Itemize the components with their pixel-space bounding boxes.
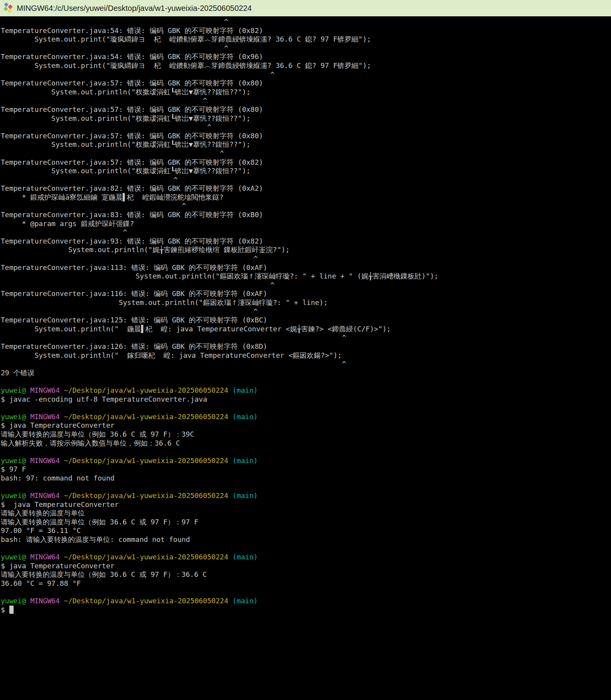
terminal-text [228,553,232,561]
terminal-text [60,413,64,421]
terminal-text: ~/Desktop/java/w1-yuweixia-202506050224 [64,597,229,605]
terminal-text: MINGW64 [30,386,60,394]
terminal-text: (main) [232,553,258,561]
mingw64-logo-icon [3,2,14,14]
terminal-text: (main) [232,413,258,421]
terminal-text: ^ [1,360,346,368]
terminal-text [228,597,232,605]
terminal-text: bash: 请输入要转换的温度与单位: command not found [1,535,190,543]
terminal-text: TemperatureConverter.java:83: 错误: 编码 GBK… [1,211,263,219]
terminal-line: System.out.println("鏂囦欢瑙ｆ瀽琛屾牸璇?: " + lin… [1,298,611,307]
terminal-text: System.out.println("杈撳叆涓虹┖锛岀▼搴忛??鍑恒??"); [1,167,250,175]
terminal-line: System.out.println(" 鍦晨▌杞 崲: java Temper… [1,325,611,334]
terminal-line: TemperatureConverter.java:126: 错误: 编码 GB… [1,342,611,351]
terminal-line: TemperatureConverter.java:116: 错误: 编码 GB… [1,289,611,298]
terminal-text: ^ [1,149,224,157]
terminal-text: TemperatureConverter.java:57: 错误: 编码 GBK… [1,79,263,87]
terminal-text: ~/Desktop/java/w1-yuweixia-202506050224 [64,553,229,561]
terminal-text: System.out.println("鏂囦欢瑙ｆ瀽琛屾牸璇?: " + lin… [1,298,328,306]
terminal-text: TemperatureConverter.java:57: 错误: 编码 GBK… [1,132,263,140]
terminal-text: System.out.println("杈撳叆涓虹┖锛岀▼搴忛??鍑恒??"); [1,88,250,96]
terminal-line: yuwei@ MINGW64 ~/Desktop/java/w1-yuweixi… [1,413,611,421]
terminal-text: TemperatureConverter.java:116: 错误: 编码 GB… [1,289,267,298]
terminal-line: System.out.println("娓╁害鍊煎繀椤绘槸绾 鏁板瓧鍜屽崟浣?"… [1,246,611,254]
terminal-text [26,456,30,465]
terminal-text: yuwei@ [1,597,26,605]
terminal-line: TemperatureConverter.java:54: 错误: 编码 GBK… [1,52,611,61]
terminal-text: System.out.println("鏂囦欢瑙ｆ瀽琛屾牸璇?: " + lin… [1,272,438,280]
terminal-text: ^ [1,228,127,236]
terminal-text: TemperatureConverter.java:82: 错误: 编码 GBK… [1,184,263,192]
terminal-text [228,491,232,500]
terminal-line: ^ [1,123,611,132]
terminal-line [1,588,611,597]
terminal-text: 输入解析失败，请按示例输入数值与单位，例如：36.6 C [1,439,180,447]
terminal-text [26,413,30,421]
terminal-text [228,413,232,421]
terminal-line: ^ [1,149,611,158]
terminal-text: System.out.println("娓╁害鍊煎繀椤绘槸绾 鏁板瓧鍜屽崟浣?"… [1,246,290,254]
terminal-line: yuwei@ MINGW64 ~/Desktop/java/w1-yuweixi… [1,386,611,395]
terminal-text: MINGW64 [30,597,60,605]
terminal-line: TemperatureConverter.java:125: 错误: 编码 GB… [1,316,611,325]
terminal-line: $ java TemperatureConverter [1,500,611,509]
terminal-line: System.out.print("璇疯緭鍏ヨ 杞 崲鐨勬俯搴︿笌鍗曟綅锛堜緥濡… [1,61,611,70]
terminal-line: TemperatureConverter.java:57: 错误: 编码 GBK… [1,158,611,167]
terminal-line: ^ [1,333,611,342]
terminal-text: System.out.print("璇疯緭鍏ヨ 杞 崲鐨勬俯搴︿笌鍗曟綅锛堜緥濡… [1,61,371,70]
terminal-line [1,448,611,456]
terminal-line: TemperatureConverter.java:57: 错误: 编码 GBK… [1,132,611,141]
terminal-text: ^ [1,202,186,210]
terminal-line: System.out.println("鏂囦欢瑙ｆ瀽琛屾牸璇?: " + lin… [1,272,611,281]
terminal-line: TemperatureConverter.java:83: 错误: 编码 GBK… [1,211,611,219]
terminal-line: 请输入要转换的温度与单位（例如 36.6 C 或 97 F）：36.6 C [1,570,611,579]
terminal-text: TemperatureConverter.java:54: 错误: 编码 GBK… [1,26,263,35]
terminal-text [26,491,30,500]
terminal-line: ^ [1,17,611,26]
terminal-line: System.out.println("杈撳叆涓虹┖锛岀▼搴忛??鍑恒??"); [1,167,611,176]
window-titlebar[interactable]: MINGW64:/c/Users/yuwei/Desktop/java/w1-y… [0,0,611,16]
terminal-text: (main) [232,456,258,465]
terminal-text: ^ [1,254,258,263]
terminal-text: (main) [232,491,258,500]
terminal-text: ^ [1,123,211,131]
terminal-text [26,597,30,605]
terminal-output[interactable]: ^TemperatureConverter.java:54: 错误: 编码 GB… [0,16,611,614]
terminal-text: TemperatureConverter.java:93: 错误: 编码 GBK… [1,237,263,245]
terminal-text: TemperatureConverter.java:57: 错误: 编码 GBK… [1,158,263,166]
terminal-text [60,553,64,561]
terminal-text: $ javac -encoding utf-8 TemperatureConve… [1,395,207,403]
terminal-line: * @param args 鍛戒护琛屽弬鏁? [1,219,611,228]
terminal-line: $ javac -encoding utf-8 TemperatureConve… [1,395,611,404]
terminal-line: $ java TemperatureConverter [1,421,611,430]
terminal-text: 请输入要转换的温度与单位（例如 36.6 C 或 97 F）：36.6 C [1,570,207,578]
terminal-text [60,456,64,465]
terminal-text: System.out.println(" 鍦晨▌杞 崲: java Temper… [1,325,391,333]
terminal-text: TemperatureConverter.java:113: 错误: 编码 GB… [1,263,267,272]
terminal-line: ^ [1,44,611,53]
terminal-text: 29 个错误 [1,369,35,377]
terminal-line: yuwei@ MINGW64 ~/Desktop/java/w1-yuweixi… [1,491,611,500]
terminal-line: ^ [1,360,611,369]
terminal-line: 请输入要转换的温度与单位 [1,509,611,518]
terminal-line: ^ [1,228,611,237]
terminal-line: $ [1,606,611,615]
terminal-text [228,386,232,394]
terminal-text: ~/Desktop/java/w1-yuweixia-202506050224 [64,413,229,421]
terminal-text: MINGW64 [30,413,60,421]
terminal-line: bash: 请输入要转换的温度与单位: command not found [1,535,611,544]
terminal-line: $ java TemperatureConverter [1,562,611,571]
terminal-text: $ [1,606,9,614]
terminal-text: ~/Desktop/java/w1-yuweixia-202506050224 [64,491,229,500]
terminal-text [60,491,64,500]
terminal-text: TemperatureConverter.java:54: 错误: 编码 GBK… [1,52,263,61]
window-title: MINGW64:/c/Users/yuwei/Desktop/java/w1-y… [17,4,252,13]
terminal-text: 请输入要转换的温度与单位 [1,509,85,517]
terminal-text: System.out.println("杈撳叆涓虹┖锛岀▼搴忛??鍑恒??"); [1,114,250,122]
terminal-text: $ 97 F [1,465,26,473]
terminal-line: ^ [1,254,611,263]
terminal-text: $ java TemperatureConverter [1,421,115,429]
terminal-line: TemperatureConverter.java:93: 错误: 编码 GBK… [1,237,611,246]
terminal-text: ^ [1,176,178,184]
terminal-text: MINGW64 [30,456,60,465]
